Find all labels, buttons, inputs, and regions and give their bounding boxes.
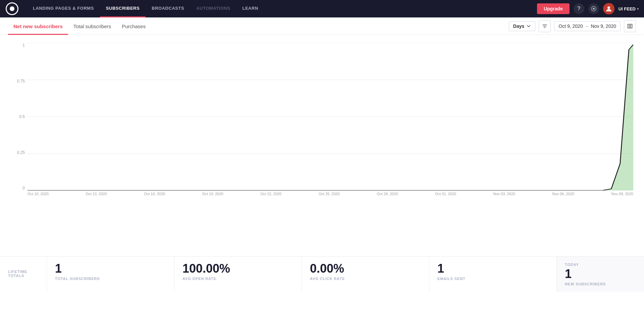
columns-icon — [627, 24, 633, 29]
x-label-9: Nov 06, 2020 — [552, 192, 574, 196]
tab-purchases[interactable]: Purchases — [116, 17, 151, 35]
x-label-8: Nov 03, 2020 — [493, 192, 515, 196]
svg-rect-5 — [631, 24, 632, 28]
date-start: Oct 9, 2020 — [558, 23, 583, 29]
x-label-1: Oct 13, 2020 — [86, 192, 107, 196]
svg-point-2 — [607, 6, 610, 9]
notifications-button[interactable] — [588, 3, 599, 14]
stat-total-label: TOTAL SUBSCRIBERS — [55, 277, 166, 281]
today-sub: NEW SUBSCRIBERS — [565, 282, 636, 286]
chart-line — [28, 45, 633, 190]
stat-emails-sent: 1 EMAILS SENT — [429, 257, 557, 292]
x-label-6: Oct 28, 2020 — [377, 192, 398, 196]
svg-rect-3 — [628, 24, 629, 28]
nav-learn[interactable]: LEARN — [236, 0, 264, 17]
stat-click-value: 0.00% — [310, 263, 421, 275]
nav-automations[interactable]: AUTOMATIONS — [190, 0, 236, 17]
stat-emails-value: 1 — [437, 263, 548, 275]
y-label-025: 0.25 — [17, 150, 28, 155]
nav-landing[interactable]: LANDING PAGES & FORMS — [27, 0, 100, 17]
stat-open-label: AVG OPEN RATE — [182, 277, 293, 281]
tab-total-subscribers[interactable]: Total subscribers — [68, 17, 117, 35]
x-label-0: Oct 10, 2020 — [28, 192, 49, 196]
chart-svg — [28, 43, 633, 190]
stat-today: TODAY 1 NEW SUBSCRIBERS — [557, 257, 644, 292]
user-label[interactable]: UI FEED ▾ — [619, 6, 639, 11]
stat-avg-click-rate: 0.00% AVG CLICK RATE — [302, 257, 429, 292]
y-label-1: 1 — [22, 43, 28, 48]
chart-inner — [28, 43, 633, 190]
date-range-picker[interactable]: Oct 9, 2020 – Nov 9, 2020 — [554, 21, 621, 31]
stat-total-subscribers: 1 TOTAL SUBSCRIBERS — [47, 257, 174, 292]
filter-button[interactable] — [539, 20, 551, 32]
tab-controls: Days Oct 9, 2020 – Nov 9, 2020 — [509, 20, 636, 32]
date-end: Nov 9, 2020 — [591, 23, 616, 29]
nav-right: Upgrade ? UI FEED ▾ — [537, 3, 639, 14]
filter-icon — [542, 23, 547, 29]
svg-rect-4 — [629, 24, 631, 28]
avatar-button[interactable] — [603, 3, 614, 14]
chevron-down-icon: ▾ — [637, 7, 639, 11]
tabbar: Net new subscribers Total subscribers Pu… — [0, 17, 644, 35]
chart-area: 1 0.75 0.5 0.25 0 Oct 10, 2020 — [0, 35, 644, 256]
logo[interactable] — [5, 2, 19, 15]
days-dropdown[interactable]: Days — [509, 21, 535, 31]
days-label: Days — [513, 23, 524, 29]
x-label-10: Nov 09, 2020 — [611, 192, 633, 196]
x-label-5: Oct 25, 2020 — [319, 192, 340, 196]
nav-broadcasts[interactable]: BROADCASTS — [146, 0, 190, 17]
chart-area-fill — [28, 45, 633, 190]
nav-links: LANDING PAGES & FORMS SUBSCRIBERS BROADC… — [27, 0, 537, 17]
x-label-3: Oct 19, 2020 — [202, 192, 223, 196]
stats-bar: LIFETIME TOTALS 1 TOTAL SUBSCRIBERS 100.… — [0, 256, 644, 292]
x-axis: Oct 10, 2020 Oct 13, 2020 Oct 16, 2020 O… — [28, 192, 633, 204]
y-label-075: 0.75 — [17, 79, 28, 84]
x-label-4: Oct 22, 2020 — [260, 192, 281, 196]
upgrade-button[interactable]: Upgrade — [537, 3, 570, 14]
chart-wrap: 1 0.75 0.5 0.25 0 Oct 10, 2020 — [11, 43, 633, 204]
svg-point-1 — [593, 8, 595, 10]
stat-open-value: 100.00% — [182, 263, 293, 275]
date-separator: – — [586, 23, 588, 29]
lifetime-totals-label: LIFETIME TOTALS — [8, 270, 39, 278]
x-label-7: Oct 31, 2020 — [435, 192, 456, 196]
today-value: 1 — [565, 268, 636, 280]
chevron-down-icon — [526, 24, 531, 29]
navbar: LANDING PAGES & FORMS SUBSCRIBERS BROADC… — [0, 0, 644, 17]
y-axis: 1 0.75 0.5 0.25 0 — [11, 43, 28, 190]
stat-avg-open-rate: 100.00% AVG OPEN RATE — [174, 257, 302, 292]
y-label-05: 0.5 — [19, 114, 28, 119]
help-button[interactable]: ? — [574, 3, 584, 14]
tab-new-subscribers[interactable]: Net new subscribers — [8, 17, 68, 35]
today-label: TODAY — [565, 263, 636, 267]
y-label-0: 0 — [22, 186, 28, 190]
stat-emails-label: EMAILS SENT — [437, 277, 548, 281]
lifetime-label-section: LIFETIME TOTALS — [0, 257, 47, 292]
x-label-2: Oct 16, 2020 — [144, 192, 165, 196]
stat-click-label: AVG CLICK RATE — [310, 277, 421, 281]
columns-button[interactable] — [624, 20, 636, 32]
nav-subscribers[interactable]: SUBSCRIBERS — [100, 0, 146, 17]
stat-total-value: 1 — [55, 263, 166, 275]
